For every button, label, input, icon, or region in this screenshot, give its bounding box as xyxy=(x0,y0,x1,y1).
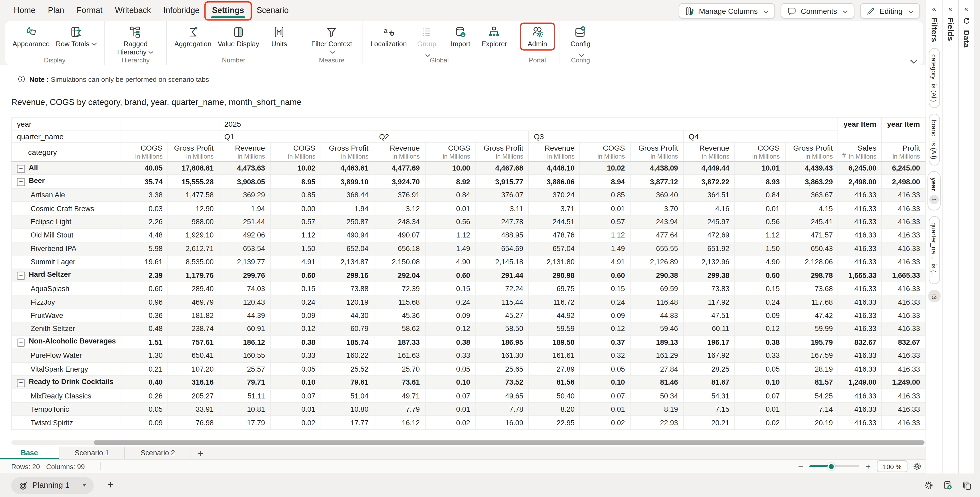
collapse-panel-icon[interactable]: « xyxy=(932,5,936,13)
value-cell[interactable]: 28.19 xyxy=(785,362,838,376)
category-cell[interactable]: FruitWave xyxy=(12,309,121,322)
category-cell[interactable]: −Hard Seltzer xyxy=(12,268,121,282)
value-cell[interactable]: 0.02 xyxy=(270,416,321,429)
value-cell[interactable]: 416.33 xyxy=(881,349,925,362)
value-cell[interactable]: 58.62 xyxy=(374,322,425,335)
value-cell[interactable]: 81.67 xyxy=(683,376,735,389)
value-cell[interactable]: 27.89 xyxy=(529,362,580,376)
value-cell[interactable]: 0.05 xyxy=(270,362,321,376)
horizontal-scrollbar[interactable] xyxy=(11,440,926,445)
zoom-slider[interactable] xyxy=(809,465,859,467)
value-cell[interactable]: 0.07 xyxy=(580,389,630,402)
value-cell[interactable]: 416.33 xyxy=(881,389,925,402)
value-cell[interactable]: 290.98 xyxy=(529,268,580,282)
value-cell[interactable]: 478.76 xyxy=(529,229,580,242)
value-cell[interactable]: 73.61 xyxy=(374,376,425,389)
menu-item-format[interactable]: Format xyxy=(70,2,109,19)
value-cell[interactable]: 0.10 xyxy=(270,376,321,389)
value-cell[interactable]: 189.50 xyxy=(529,335,580,349)
value-cell[interactable]: 1,249.00 xyxy=(881,376,925,389)
collapse-icon[interactable]: − xyxy=(17,165,25,173)
value-cell[interactable]: 1,929.10 xyxy=(168,229,219,242)
value-cell[interactable]: 17.77 xyxy=(321,416,374,429)
collapse-icon[interactable]: − xyxy=(17,178,25,186)
filter-pill[interactable]: categoryis (All) xyxy=(928,48,940,108)
value-cell[interactable]: 73.88 xyxy=(321,282,374,295)
value-cell[interactable]: 50.40 xyxy=(529,389,580,402)
value-cell[interactable]: 10.81 xyxy=(219,402,270,416)
value-cell[interactable]: 416.33 xyxy=(838,255,881,268)
value-cell[interactable]: 10.02 xyxy=(270,162,321,175)
value-cell[interactable]: 116.72 xyxy=(529,295,580,309)
value-cell[interactable]: 0.03 xyxy=(121,202,168,215)
refresh-icon[interactable] xyxy=(962,17,970,25)
value-cell[interactable]: 0.84 xyxy=(735,188,785,202)
value-cell[interactable]: 76.98 xyxy=(168,416,219,429)
value-cell[interactable]: 54.25 xyxy=(785,389,838,402)
value-cell[interactable]: 60.79 xyxy=(321,322,374,335)
value-cell[interactable]: 472.69 xyxy=(683,229,735,242)
value-cell[interactable]: 0.57 xyxy=(580,215,630,228)
value-cell[interactable]: 2,134.87 xyxy=(321,255,374,268)
ribbon-button-import[interactable]: Import xyxy=(444,24,477,49)
sheet-tab-base[interactable]: Base xyxy=(0,446,59,459)
value-cell[interactable]: 988.00 xyxy=(168,215,219,228)
value-cell[interactable]: 107.20 xyxy=(168,362,219,376)
value-cell[interactable]: 0.10 xyxy=(580,376,630,389)
value-cell[interactable]: 369.40 xyxy=(630,188,683,202)
value-cell[interactable]: 4,473.63 xyxy=(219,162,270,175)
value-cell[interactable]: 2,131.80 xyxy=(529,255,580,268)
value-cell[interactable]: 49.71 xyxy=(374,389,425,402)
value-cell[interactable]: 0.60 xyxy=(735,268,785,282)
value-cell[interactable]: 0.01 xyxy=(425,402,475,416)
value-cell[interactable]: 0.37 xyxy=(580,335,630,349)
value-cell[interactable]: 0.07 xyxy=(735,389,785,402)
value-cell[interactable]: 363.67 xyxy=(785,188,838,202)
value-cell[interactable]: 186.95 xyxy=(476,335,529,349)
value-cell[interactable]: 189.13 xyxy=(630,335,683,349)
value-cell[interactable]: 369.29 xyxy=(219,188,270,202)
value-cell[interactable]: 161.63 xyxy=(374,349,425,362)
value-cell[interactable]: 4.16 xyxy=(683,202,735,215)
value-cell[interactable]: 4.90 xyxy=(425,255,475,268)
ribbon-button-config[interactable]: Config xyxy=(564,24,597,61)
value-cell[interactable]: 469.79 xyxy=(168,295,219,309)
value-cell[interactable]: 416.33 xyxy=(881,322,925,335)
value-cell[interactable]: 652.04 xyxy=(321,242,374,255)
value-cell[interactable]: 416.33 xyxy=(881,416,925,429)
value-cell[interactable]: 54.31 xyxy=(683,389,735,402)
value-cell[interactable]: 7.79 xyxy=(374,402,425,416)
value-cell[interactable]: 0.15 xyxy=(270,282,321,295)
value-cell[interactable]: 0.24 xyxy=(425,295,475,309)
value-cell[interactable]: 651.92 xyxy=(683,242,735,255)
value-cell[interactable]: 1.12 xyxy=(425,229,475,242)
value-cell[interactable]: 0.05 xyxy=(121,402,168,416)
ribbon-button-row-totals[interactable]: Row Totals xyxy=(53,24,99,49)
value-cell[interactable]: 59.99 xyxy=(785,322,838,335)
ribbon-button-filter-context[interactable]: Filter Context xyxy=(306,24,358,58)
value-cell[interactable]: 25.70 xyxy=(374,362,425,376)
value-cell[interactable]: 45.36 xyxy=(374,309,425,322)
value-cell[interactable]: 416.33 xyxy=(838,188,881,202)
value-cell[interactable]: 0.12 xyxy=(270,322,321,335)
category-cell[interactable]: TempoTonic xyxy=(12,402,121,416)
value-cell[interactable]: 0.15 xyxy=(735,282,785,295)
value-cell[interactable]: 3,924.70 xyxy=(374,175,425,188)
value-cell[interactable]: 650.43 xyxy=(785,242,838,255)
value-cell[interactable]: 3.70 xyxy=(630,202,683,215)
value-cell[interactable]: 1.94 xyxy=(321,202,374,215)
value-cell[interactable]: 2,128.06 xyxy=(785,255,838,268)
value-cell[interactable]: 50.34 xyxy=(630,389,683,402)
add-sheet-button[interactable]: + xyxy=(191,446,210,459)
value-cell[interactable]: 370.24 xyxy=(529,188,580,202)
value-cell[interactable]: 4,448.10 xyxy=(529,162,580,175)
value-cell[interactable]: 35.74 xyxy=(121,175,168,188)
value-cell[interactable]: 0.02 xyxy=(425,416,475,429)
value-cell[interactable]: 2,126.89 xyxy=(630,255,683,268)
value-cell[interactable]: 69.59 xyxy=(630,282,683,295)
value-cell[interactable]: 25.57 xyxy=(219,362,270,376)
value-cell[interactable]: 7.15 xyxy=(683,402,735,416)
collapse-icon[interactable]: − xyxy=(17,272,25,280)
value-cell[interactable]: 49.65 xyxy=(476,389,529,402)
value-cell[interactable]: 0.26 xyxy=(121,389,168,402)
